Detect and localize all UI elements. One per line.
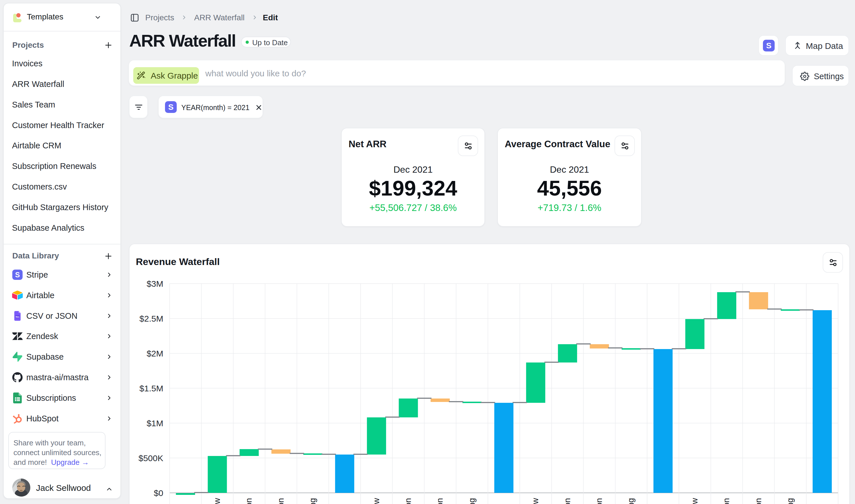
svg-text:Existing: Existing [626,498,635,504]
svg-text:Existing: Existing [785,498,795,504]
svg-text:Contraction: Contraction [754,498,763,504]
svg-text:New: New [690,498,699,504]
svg-text:Expansion: Expansion [404,498,413,504]
svg-text:New: New [212,498,221,504]
svg-text:Existing: Existing [308,498,317,504]
svg-text:$1.5M: $1.5M [140,384,163,393]
svg-text:$0: $0 [154,488,163,498]
svg-text:New: New [531,498,540,504]
svg-text:$2M: $2M [147,349,163,358]
svg-text:Expansion: Expansion [244,498,253,504]
svg-text:Expansion: Expansion [722,498,731,504]
svg-text:Expansion: Expansion [563,498,572,504]
svg-text:Contraction: Contraction [435,498,444,504]
svg-text:$1M: $1M [147,418,163,428]
svg-text:$2.5M: $2.5M [140,314,163,323]
svg-text:Existing: Existing [467,498,476,504]
svg-text:Contraction: Contraction [276,498,285,504]
svg-text:$3M: $3M [147,279,163,288]
svg-text:$500K: $500K [138,453,163,463]
svg-text:Contraction: Contraction [594,498,604,504]
svg-text:New: New [372,498,381,504]
